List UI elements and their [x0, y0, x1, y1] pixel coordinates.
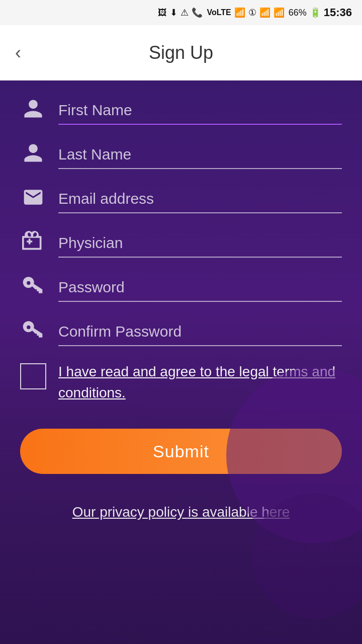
- back-button[interactable]: ‹: [15, 44, 21, 62]
- terms-checkbox-row: I have read and agree to the legal terms…: [20, 361, 342, 404]
- terms-link[interactable]: I have read and agree to the legal terms…: [58, 364, 335, 400]
- confirm-password-row: [20, 317, 342, 346]
- warning-icon: ⚠: [180, 7, 189, 18]
- battery-area: 66% 🔋 15:36: [289, 6, 352, 19]
- confirm-password-wrap: [58, 320, 342, 346]
- email-wrap: [58, 187, 342, 213]
- privacy-policy-link[interactable]: Our privacy policy is available here: [20, 504, 342, 520]
- phone-icon: 📞: [192, 7, 203, 18]
- confirm-password-input[interactable]: [58, 320, 342, 346]
- sim-icon: ①: [248, 7, 256, 18]
- key2-icon: [20, 317, 46, 343]
- battery-icon: 🔋: [310, 7, 321, 18]
- volte-icon: VoLTE: [207, 8, 231, 17]
- header: ‹ Sign Up: [0, 25, 362, 80]
- status-bar: 🖼 ⬇ ⚠ 📞 VoLTE 📶 ① 📶 📶 66% 🔋 15:36: [0, 0, 362, 25]
- form-area: I have read and agree to the legal terms…: [0, 80, 362, 644]
- password-input[interactable]: [58, 276, 342, 302]
- time-display: 15:36: [324, 6, 352, 19]
- download-icon: ⬇: [170, 7, 177, 18]
- submit-button[interactable]: Submit: [20, 429, 342, 474]
- email-input[interactable]: [58, 187, 342, 213]
- battery-percent: 66%: [289, 8, 307, 18]
- wifi-icon: 📶: [234, 7, 245, 18]
- password-row: [20, 273, 342, 302]
- last-name-input[interactable]: [58, 143, 342, 169]
- terms-label: I have read and agree to the legal terms…: [58, 361, 342, 404]
- first-name-wrap: [58, 99, 342, 125]
- medical-icon: [20, 228, 46, 255]
- terms-checkbox[interactable]: [20, 363, 46, 389]
- gallery-icon: 🖼: [158, 8, 167, 18]
- person2-icon: [20, 140, 46, 166]
- physician-wrap: [58, 231, 342, 258]
- physician-row: [20, 228, 342, 258]
- signal-icon: 📶: [259, 7, 270, 18]
- page-title: Sign Up: [149, 42, 213, 63]
- password-wrap: [58, 276, 342, 302]
- signal2-icon: 📶: [274, 7, 285, 18]
- last-name-wrap: [58, 143, 342, 169]
- email-row: [20, 184, 342, 213]
- first-name-row: [20, 96, 342, 125]
- email-icon: [20, 184, 46, 210]
- key-icon: [20, 273, 46, 299]
- last-name-row: [20, 140, 342, 169]
- physician-input[interactable]: [58, 231, 342, 258]
- status-icons: 🖼 ⬇ ⚠ 📞: [158, 7, 203, 18]
- first-name-input[interactable]: [58, 99, 342, 125]
- network-icons: VoLTE 📶 ① 📶 📶: [207, 7, 284, 18]
- person-icon: [20, 96, 46, 122]
